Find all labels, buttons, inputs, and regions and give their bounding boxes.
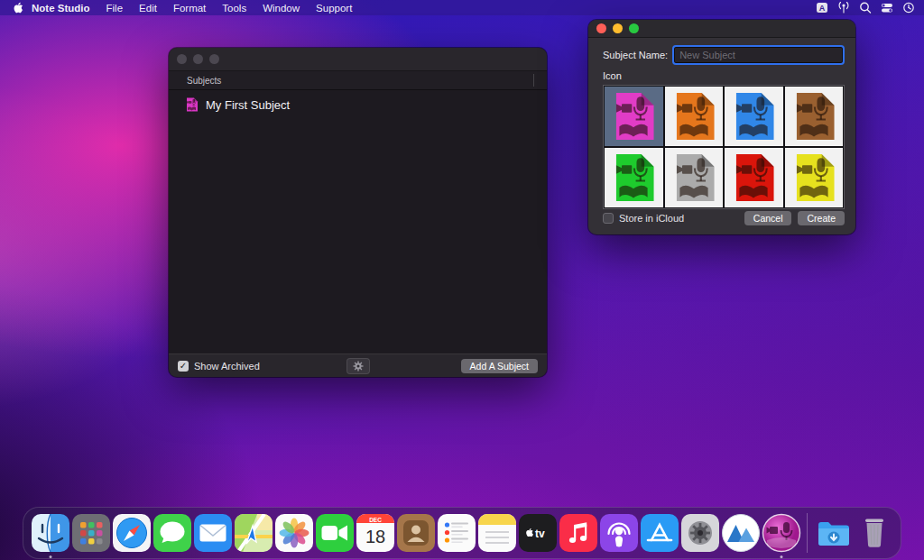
store-icloud-control[interactable]: Store in iCloud bbox=[603, 213, 684, 224]
column-divider[interactable] bbox=[533, 74, 534, 87]
close-button[interactable] bbox=[596, 23, 606, 33]
dock-reminders-icon[interactable] bbox=[436, 507, 476, 559]
menu-window[interactable]: Window bbox=[263, 3, 300, 14]
zoom-button[interactable] bbox=[209, 54, 219, 64]
dock-podcasts-icon[interactable] bbox=[598, 507, 639, 559]
dock-apple-tv-icon[interactable]: tv bbox=[517, 507, 558, 559]
keyboard-input-icon[interactable]: A bbox=[815, 2, 828, 14]
dock-separator bbox=[807, 513, 808, 553]
subject-list: My First Subject bbox=[169, 90, 547, 353]
minimize-button[interactable] bbox=[613, 23, 623, 33]
subjects-column-header[interactable]: Subjects bbox=[169, 71, 547, 90]
menu-app-name[interactable]: Note Studio bbox=[32, 3, 90, 14]
menu-file[interactable]: File bbox=[106, 3, 124, 14]
icon-option-6[interactable] bbox=[725, 148, 783, 207]
svg-text:18: 18 bbox=[365, 527, 384, 546]
cancel-button[interactable]: Cancel bbox=[744, 211, 792, 225]
dock-calendar-icon[interactable]: DEC18 bbox=[355, 507, 395, 559]
dock-finder-icon[interactable] bbox=[30, 507, 70, 559]
status-icon-area: A bbox=[807, 2, 915, 14]
minimize-button[interactable] bbox=[193, 54, 203, 64]
dock-downloads-icon[interactable] bbox=[813, 507, 854, 559]
clock-icon[interactable] bbox=[901, 2, 915, 14]
dock-photos-icon[interactable] bbox=[273, 507, 314, 559]
new-subject-dialog: Subject Name: Icon bbox=[588, 20, 855, 234]
dock-app-store-icon[interactable] bbox=[639, 507, 679, 559]
dock-messages-icon[interactable] bbox=[152, 507, 192, 559]
subjects-window: Subjects My First Subject ✓ Show Archive… bbox=[169, 48, 547, 377]
control-center-icon[interactable] bbox=[880, 2, 893, 14]
show-archived-checkbox[interactable]: ✓ bbox=[178, 361, 189, 372]
menu-edit[interactable]: Edit bbox=[139, 3, 157, 14]
menu-format[interactable]: Format bbox=[173, 3, 206, 14]
dock-maps-icon[interactable] bbox=[233, 507, 273, 559]
dock-facetime-icon[interactable] bbox=[314, 507, 355, 559]
show-archived-control[interactable]: ✓ Show Archived bbox=[178, 361, 260, 372]
apple-menu-icon[interactable] bbox=[13, 2, 24, 14]
dock-notes-icon[interactable] bbox=[476, 507, 517, 559]
dock: DEC18tv bbox=[23, 507, 901, 559]
menu-bar: Note Studio File Edit Format Tools Windo… bbox=[0, 0, 924, 15]
subject-name-label: Subject Name: bbox=[603, 50, 668, 60]
dock-contacts-icon[interactable] bbox=[395, 507, 436, 559]
store-icloud-label: Store in iCloud bbox=[619, 213, 684, 224]
subject-name-input[interactable] bbox=[674, 47, 843, 63]
create-button[interactable]: Create bbox=[798, 211, 845, 225]
svg-text:tv: tv bbox=[535, 528, 545, 540]
add-subject-button[interactable]: Add A Subject bbox=[461, 359, 538, 373]
dock-system-preferences-icon[interactable] bbox=[679, 507, 720, 559]
close-button[interactable] bbox=[177, 54, 187, 64]
hotspot-icon[interactable] bbox=[836, 2, 850, 14]
dock-trash-icon[interactable] bbox=[854, 507, 894, 559]
dock-launchpad-icon[interactable] bbox=[70, 507, 111, 559]
icon-option-4[interactable] bbox=[605, 148, 663, 207]
svg-text:DEC: DEC bbox=[369, 517, 382, 523]
subjects-actions-button[interactable] bbox=[346, 358, 370, 374]
subjects-footer: ✓ Show Archived Add A Subject bbox=[169, 353, 547, 377]
subject-doc-icon bbox=[185, 97, 199, 112]
show-archived-label: Show Archived bbox=[194, 361, 260, 372]
store-icloud-checkbox[interactable] bbox=[603, 213, 614, 224]
subjects-window-titlebar[interactable] bbox=[169, 48, 547, 71]
icon-option-5[interactable] bbox=[665, 148, 724, 207]
dock-mail-icon[interactable] bbox=[192, 507, 233, 559]
icon-picker-grid bbox=[603, 85, 845, 209]
dialog-footer: Store in iCloud Cancel Create bbox=[603, 211, 845, 225]
icon-section-label: Icon bbox=[603, 70, 843, 81]
subjects-column-header-label: Subjects bbox=[187, 76, 221, 86]
dock-note-studio-icon[interactable] bbox=[761, 507, 801, 559]
dock-safari-icon[interactable] bbox=[111, 507, 152, 559]
icon-option-3[interactable] bbox=[785, 87, 844, 146]
zoom-button[interactable] bbox=[629, 23, 639, 33]
subject-row[interactable]: My First Subject bbox=[169, 90, 547, 112]
menu-support[interactable]: Support bbox=[316, 3, 352, 14]
dock-music-icon[interactable] bbox=[558, 507, 598, 559]
icon-option-2[interactable] bbox=[725, 87, 783, 146]
subject-title: My First Subject bbox=[206, 98, 290, 112]
dialog-titlebar[interactable] bbox=[588, 20, 855, 38]
dock-mountain-app-icon[interactable] bbox=[720, 507, 761, 559]
dialog-body: Subject Name: Icon bbox=[588, 38, 855, 234]
icon-option-7[interactable] bbox=[785, 148, 844, 207]
svg-text:A: A bbox=[818, 4, 825, 13]
icon-option-0[interactable] bbox=[605, 87, 663, 146]
menu-tools[interactable]: Tools bbox=[222, 3, 246, 14]
icon-option-1[interactable] bbox=[665, 87, 724, 146]
spotlight-icon[interactable] bbox=[858, 2, 872, 14]
